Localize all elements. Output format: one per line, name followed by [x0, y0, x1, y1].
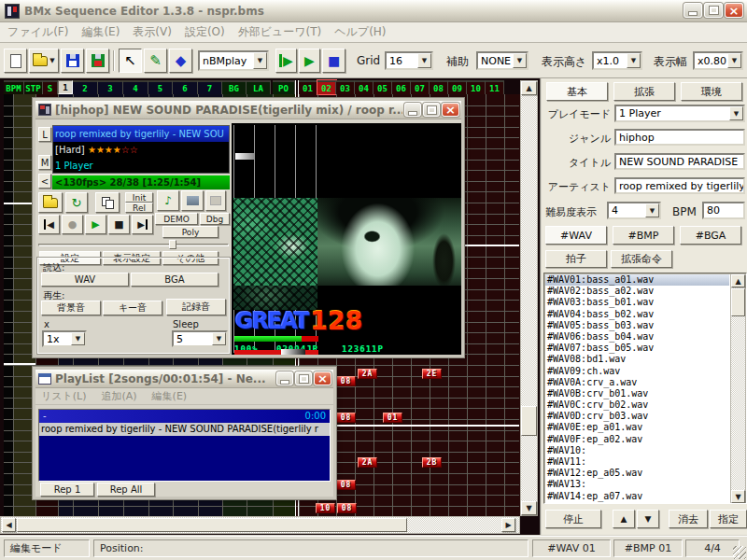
wav-list-item[interactable]: #WAV0E:ep_a01.wav [545, 422, 729, 433]
load-button-wav[interactable]: WAV [41, 273, 129, 287]
player-combo-arrow-icon[interactable]: ▼ [253, 52, 267, 69]
play-from-button[interactable]: ▶ [275, 49, 297, 73]
speed-combo[interactable]: 1x▼ [42, 330, 87, 347]
grid-scroll-left-icon[interactable]: ◀ [2, 518, 16, 532]
player-poly-button[interactable]: Poly [162, 226, 218, 238]
note-object[interactable]: 08 [336, 413, 356, 423]
wav-list-item[interactable]: #WAV0F:ep_a02.wav [545, 434, 729, 445]
slider-thumb[interactable] [169, 240, 176, 249]
seek-slider[interactable] [38, 240, 229, 249]
field-input-3[interactable]: NEW SOUND PARADISE [614, 153, 745, 170]
player-init-button[interactable]: Init [125, 192, 153, 203]
play-mode-button-2[interactable]: キー音 [103, 301, 162, 315]
player-demo-button[interactable]: DEMO [155, 213, 198, 225]
view-height-arrow-icon[interactable]: ▼ [627, 53, 641, 68]
column-header-S[interactable]: S [43, 80, 58, 94]
wav-list-item[interactable]: #WAV0A:crv_a.wav [545, 377, 729, 388]
open-dropdown-icon[interactable]: ▼ [49, 57, 54, 64]
measure-header-04[interactable]: 04 [355, 80, 374, 94]
panel-button-1[interactable]: 停止 [545, 510, 601, 528]
note-object[interactable]: 2A [358, 369, 377, 379]
wav-list-item[interactable]: #WAV11: [545, 456, 729, 468]
measure-header-02[interactable]: 02 [317, 80, 336, 94]
note-object[interactable]: 08 [337, 503, 357, 513]
measure-header-08[interactable]: 08 [430, 80, 448, 94]
note-object[interactable]: 01 [383, 413, 402, 423]
wav-scroll-thumb[interactable] [731, 288, 745, 316]
panel-button-2[interactable]: ▲ [613, 510, 635, 528]
menu-item-6[interactable]: ヘルプ(H) [334, 24, 386, 40]
note-object[interactable]: 10 [316, 503, 335, 513]
transport-last-button[interactable]: ▶ [132, 215, 153, 234]
column-header-3[interactable]: 3 [98, 80, 123, 94]
panel-button-4[interactable]: 消去 [669, 510, 708, 528]
wav-list-scrollbar[interactable]: ▲ ▼ [730, 273, 746, 503]
wav-list-item[interactable]: #WAV02:bass_a02.wav [545, 286, 729, 297]
column-header-STP[interactable]: STP [24, 80, 43, 94]
column-header-BPM[interactable]: BPM [4, 80, 24, 94]
column-header-4[interactable]: 4 [123, 80, 148, 94]
wav-list-item[interactable]: #WAV08:bd1.wav [545, 354, 729, 365]
wav-list-item[interactable]: #WAV09:ch.wav [545, 366, 729, 377]
column-header-BG[interactable]: BG [222, 80, 247, 94]
diamond-tool-button[interactable]: ◆ [169, 49, 192, 73]
wav-listbox[interactable]: #WAV01:bass_a01.wav#WAV02:bass_a02.wav#W… [543, 273, 747, 504]
measure-header-10[interactable]: 10 [467, 80, 486, 94]
playlist-button-1[interactable]: Rep 1 [40, 483, 94, 497]
measure-header-01[interactable]: 01 [299, 80, 317, 94]
measure-header-03[interactable]: 03 [336, 80, 355, 94]
playlist-menu-item-2[interactable]: 追加(A) [102, 389, 137, 403]
sleep-combo[interactable]: 5▼ [172, 330, 228, 347]
wav-list-item[interactable]: #WAV06:bass_b04.wav [545, 331, 729, 343]
wav-list-item[interactable]: #WAV04:bass_b02.wav [545, 309, 729, 320]
measure-header-06[interactable]: 06 [392, 80, 411, 94]
wav-list-item[interactable]: #WAV13: [545, 479, 729, 490]
wav-list-item[interactable]: #WAV14:ep_a07.wav [545, 491, 729, 502]
player-select-combo[interactable]: nBMplay▼ [198, 50, 269, 71]
playlist-minimize-button[interactable] [276, 371, 293, 385]
player-playmode-button[interactable]: ♪ [157, 190, 179, 211]
view-width-combo[interactable]: x0.80▼ [693, 51, 743, 70]
measure-header-09[interactable]: 09 [448, 80, 467, 94]
column-header-6[interactable]: 6 [173, 80, 198, 94]
player-minimize-button[interactable] [404, 103, 421, 117]
player-l-button[interactable]: L [38, 127, 51, 142]
wav-list-item[interactable]: #WAV0C:crv_b02.wav [545, 399, 729, 411]
assist-combo[interactable]: NONE▼ [476, 51, 529, 70]
field-input-2[interactable]: hiphop [614, 129, 745, 146]
menu-item-5[interactable]: 外部ビューワ(T) [238, 24, 322, 40]
transport-play-button[interactable]: ▶ [85, 215, 106, 234]
player-copy-button[interactable] [95, 192, 120, 213]
field-combo-arrow-icon-1[interactable]: ▼ [729, 106, 743, 120]
note-object[interactable]: 2E [422, 369, 442, 379]
new-file-button[interactable] [4, 49, 27, 73]
play-button[interactable]: ▶ [299, 49, 320, 73]
wav-scroll-down-icon[interactable]: ▼ [731, 490, 745, 503]
transport-first-button[interactable]: ◀ [38, 215, 60, 234]
grid-vscrollbar[interactable]: ▲ ▼ [520, 80, 538, 516]
minimize-button[interactable] [684, 3, 702, 18]
play-mode-button-3[interactable]: 記録音 [166, 299, 226, 315]
difficulty-combo[interactable]: 4▼ [607, 202, 661, 219]
menu-item-4[interactable]: 設定(O) [185, 24, 225, 40]
res-tab-BMP[interactable]: #BMP [613, 226, 674, 245]
player-m-button[interactable]: M [38, 155, 51, 170]
grid-scroll-up-icon[interactable]: ▲ [521, 81, 537, 95]
transport-stop-button[interactable]: ■ [108, 215, 130, 234]
tab-基本[interactable]: 基本 [546, 82, 608, 101]
player-reload-button[interactable]: ↻ [65, 192, 88, 213]
player-image-button[interactable] [181, 190, 204, 211]
pen-tool-button[interactable]: ✎ [144, 49, 167, 73]
player-rel-button[interactable]: Rel [125, 203, 153, 213]
player-maximize-button[interactable] [423, 103, 440, 117]
column-header-5[interactable]: 5 [148, 80, 173, 94]
open-file-button[interactable]: ▼ [29, 49, 59, 73]
maximize-button[interactable] [704, 3, 723, 18]
res-tab-WAV[interactable]: #WAV [545, 226, 607, 245]
player-back-button[interactable]: < [38, 174, 51, 189]
note-object[interactable]: 08 [336, 376, 356, 386]
note-object[interactable]: 2B [422, 457, 442, 468]
grid-vscroll-thumb[interactable] [521, 406, 537, 436]
stop-button[interactable]: ■ [322, 49, 345, 73]
wav-list-item[interactable]: #WAV0B:crv_b01.wav [545, 388, 729, 399]
